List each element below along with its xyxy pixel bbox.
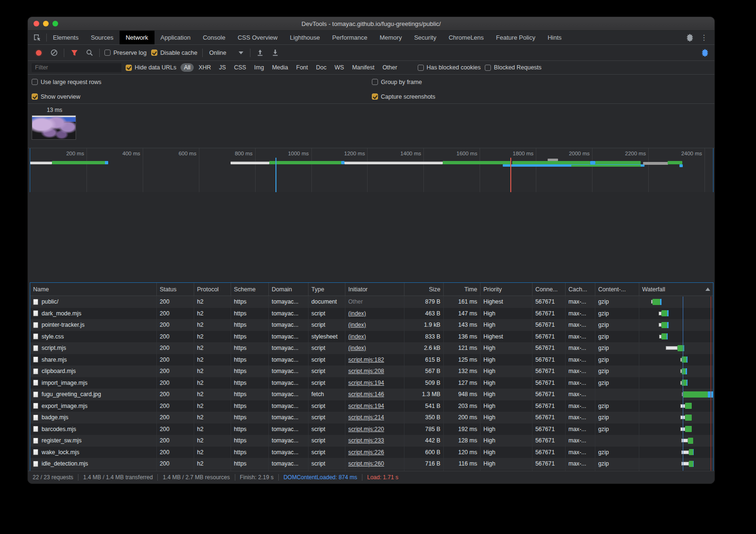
cell-waterfall[interactable] xyxy=(639,435,713,447)
checkbox-box[interactable] xyxy=(32,79,38,85)
cell-waterfall[interactable] xyxy=(639,331,713,343)
cell-initiator[interactable]: script.mjs:214 xyxy=(345,412,404,424)
cell-name[interactable]: export_image.mjs xyxy=(30,400,157,412)
network-overview-timeline[interactable]: 200 ms400 ms600 ms800 ms1000 ms1200 ms14… xyxy=(30,148,713,192)
export-har-button[interactable] xyxy=(270,48,281,58)
tab-memory[interactable]: Memory xyxy=(373,31,408,44)
cell-name[interactable]: dark_mode.mjs xyxy=(30,308,157,320)
request-row-wake-lock-mjs-13[interactable]: wake_lock.mjs200h2httpstomayac...scripts… xyxy=(30,447,713,458)
clear-network-log-button[interactable] xyxy=(49,48,59,58)
request-row-dark-mode-mjs-1[interactable]: dark_mode.mjs200h2httpstomayac...script(… xyxy=(30,308,713,320)
cell-name[interactable]: register_sw.mjs xyxy=(30,435,157,447)
initiator-link[interactable]: script.mjs:208 xyxy=(348,368,384,374)
initiator-link[interactable]: script.mjs:146 xyxy=(348,391,384,398)
filter-pill-js[interactable]: JS xyxy=(216,63,230,72)
checkbox-box[interactable] xyxy=(126,65,132,71)
tab-css-overview[interactable]: CSS Overview xyxy=(232,31,284,44)
request-row-barcodes-mjs-11[interactable]: barcodes.mjs200h2httpstomayac...scriptsc… xyxy=(30,424,713,435)
column-header-priority[interactable]: Priority xyxy=(481,283,533,296)
cell-waterfall[interactable] xyxy=(639,447,713,458)
cell-initiator[interactable]: script.mjs:208 xyxy=(345,365,404,377)
column-header-cach[interactable]: Cach... xyxy=(566,283,595,296)
filter-pill-manifest[interactable]: Manifest xyxy=(349,63,378,72)
record-network-log-button[interactable] xyxy=(34,48,44,58)
cell-name[interactable]: public/ xyxy=(30,296,157,308)
checkbox-box[interactable] xyxy=(104,50,111,56)
cell-initiator[interactable]: script.mjs:220 xyxy=(345,424,404,435)
request-row-pointer-tracker-js-2[interactable]: pointer-tracker.js200h2httpstomayac...sc… xyxy=(30,319,713,331)
tab-chromelens[interactable]: ChromeLens xyxy=(442,31,490,44)
cell-initiator[interactable]: script.mjs:146 xyxy=(345,389,404,400)
filter-pill-font[interactable]: Font xyxy=(293,63,311,72)
checkbox-box[interactable] xyxy=(372,93,378,100)
cell-name[interactable]: clipboard.mjs xyxy=(30,365,157,377)
checkbox-box[interactable] xyxy=(485,65,491,71)
tab-application[interactable]: Application xyxy=(155,31,197,44)
initiator-link[interactable]: script.mjs:214 xyxy=(348,414,384,421)
capture-screenshots-checkbox[interactable]: Capture screenshots xyxy=(372,93,711,100)
hide-data-urls-checkbox[interactable]: Hide data URLs xyxy=(126,64,176,71)
cell-name[interactable]: script.mjs xyxy=(30,342,157,354)
cell-waterfall[interactable] xyxy=(639,458,713,470)
filter-pill-other[interactable]: Other xyxy=(379,63,400,72)
initiator-link[interactable]: (index) xyxy=(348,322,366,328)
tab-network[interactable]: Network xyxy=(120,31,155,44)
request-row-fugu-greeting-card-jpg-8[interactable]: fugu_greeting_card.jpg200h2httpstomayac.… xyxy=(30,389,713,400)
cell-initiator[interactable]: script.mjs:182 xyxy=(345,354,404,366)
cell-initiator[interactable]: (index) xyxy=(345,342,404,354)
cell-waterfall[interactable] xyxy=(639,354,713,366)
zoom-window-button[interactable] xyxy=(52,21,58,26)
filter-pill-media[interactable]: Media xyxy=(269,63,292,72)
network-settings-gear-icon[interactable] xyxy=(701,49,709,57)
column-header-type[interactable]: Type xyxy=(309,283,345,296)
column-header-scheme[interactable]: Scheme xyxy=(231,283,269,296)
request-row-clipboard-mjs-6[interactable]: clipboard.mjs200h2httpstomayac...scripts… xyxy=(30,365,713,377)
cell-initiator[interactable]: script.mjs:194 xyxy=(345,377,404,389)
cell-name[interactable]: badge.mjs xyxy=(30,412,157,424)
filter-input[interactable] xyxy=(32,63,121,72)
cell-initiator[interactable]: (index) xyxy=(345,331,404,343)
checkbox-box[interactable] xyxy=(418,65,424,71)
cell-waterfall[interactable] xyxy=(639,365,713,377)
filter-pill-xhr[interactable]: XHR xyxy=(195,63,214,72)
column-header-time[interactable]: Time xyxy=(444,283,481,296)
request-row-badge-mjs-10[interactable]: badge.mjs200h2httpstomayac...scriptscrip… xyxy=(30,412,713,424)
throttling-select[interactable]: Online xyxy=(207,50,245,56)
cell-initiator[interactable]: script.mjs:233 xyxy=(345,435,404,447)
cell-waterfall[interactable] xyxy=(639,412,713,424)
tab-console[interactable]: Console xyxy=(197,31,232,44)
request-row-share-mjs-5[interactable]: share.mjs200h2httpstomayac...scriptscrip… xyxy=(30,354,713,366)
filter-pill-css[interactable]: CSS xyxy=(231,63,249,72)
checkbox-box[interactable] xyxy=(32,93,38,100)
tab-elements[interactable]: Elements xyxy=(47,31,85,44)
cell-initiator[interactable]: script.mjs:194 xyxy=(345,400,404,412)
initiator-link[interactable]: script.mjs:220 xyxy=(348,426,384,432)
cell-name[interactable]: barcodes.mjs xyxy=(30,424,157,435)
tab-performance[interactable]: Performance xyxy=(326,31,373,44)
cell-initiator[interactable]: (index) xyxy=(345,308,404,320)
tab-lighthouse[interactable]: Lighthouse xyxy=(284,31,326,44)
group-by-frame-checkbox[interactable]: Group by frame xyxy=(372,79,711,85)
initiator-link[interactable]: (index) xyxy=(348,345,366,351)
column-header-size[interactable]: Size xyxy=(404,283,444,296)
initiator-link[interactable]: script.mjs:182 xyxy=(348,356,384,363)
checkbox-box[interactable] xyxy=(372,79,378,85)
preserve-log-checkbox[interactable]: Preserve log xyxy=(104,50,146,56)
filmstrip-screenshot[interactable] xyxy=(32,115,76,140)
initiator-link[interactable]: (index) xyxy=(348,310,366,317)
tab-hints[interactable]: Hints xyxy=(541,31,568,44)
filter-pill-ws[interactable]: WS xyxy=(331,63,347,72)
column-header-status[interactable]: Status xyxy=(157,283,194,296)
cell-waterfall[interactable] xyxy=(639,389,713,400)
cell-waterfall[interactable] xyxy=(639,424,713,435)
has-blocked-cookies-checkbox[interactable]: Has blocked cookies xyxy=(418,64,481,71)
settings-gear-icon[interactable] xyxy=(686,34,694,42)
request-row-idle-detection-mjs-14[interactable]: idle_detection.mjs200h2httpstomayac...sc… xyxy=(30,458,713,470)
tab-feature-policy[interactable]: Feature Policy xyxy=(490,31,541,44)
cell-waterfall[interactable] xyxy=(639,319,713,331)
column-header-protocol[interactable]: Protocol xyxy=(194,283,231,296)
initiator-link[interactable]: script.mjs:194 xyxy=(348,403,384,409)
column-header-conne[interactable]: Conne... xyxy=(533,283,566,296)
import-har-button[interactable] xyxy=(255,48,266,58)
disable-cache-checkbox[interactable]: Disable cache xyxy=(151,50,198,56)
